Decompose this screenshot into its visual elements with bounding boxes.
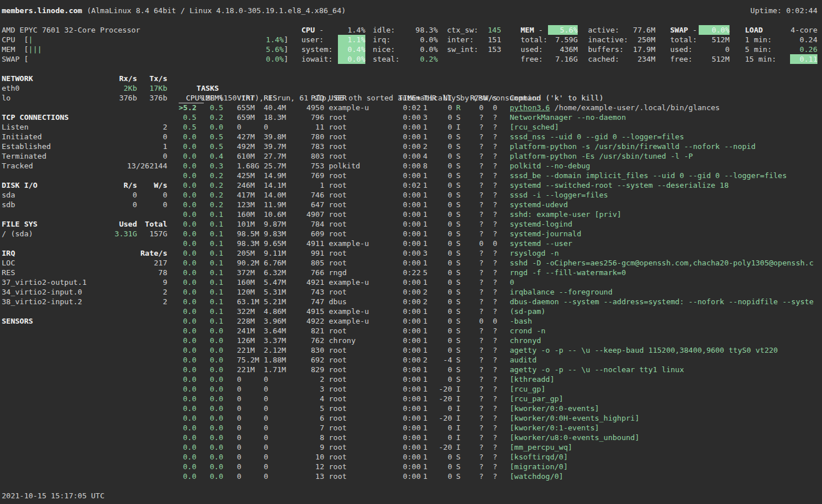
cpu-percent-cell: 0.0	[179, 326, 196, 336]
header-mem-percent[interactable]: MEM%	[206, 93, 223, 103]
state-cell: S	[456, 142, 463, 151]
read-rate-cell: 0	[463, 239, 483, 248]
cpu-percent-cell: 0.0	[179, 413, 196, 423]
user-cell: example-u	[329, 103, 374, 112]
time-cell: 0:00	[374, 413, 421, 423]
pid-cell: 3	[291, 384, 324, 394]
state-cell: S	[456, 180, 463, 190]
header-user[interactable]: USER	[329, 93, 374, 103]
write-rate-cell: ?	[483, 277, 497, 287]
time-cell: 0:00	[374, 248, 421, 258]
header-pid[interactable]: PID	[291, 93, 324, 103]
mem-percent-cell: 0.0	[206, 404, 223, 413]
process-row: 0.00.190.2M6.76M805root0:0010S??sshd -D …	[179, 258, 822, 268]
res-cell: 40.4M	[264, 103, 291, 112]
pid-cell: 4915	[291, 307, 324, 316]
state-cell: S	[456, 462, 463, 471]
stat-value-text: 0.11	[790, 54, 817, 64]
virt-cell: 0	[237, 394, 264, 404]
pid-cell: 780	[291, 132, 324, 142]
res-cell: 27.7M	[264, 151, 291, 161]
virt-cell: 98.5M	[237, 229, 264, 239]
time-cell: 0:00	[374, 433, 421, 442]
mem-percent-cell: 0.0	[206, 336, 223, 345]
header-command[interactable]: Command ('k' to kill)	[510, 93, 822, 103]
mem-percent-cell: 0.0	[206, 384, 223, 394]
user-cell: root	[329, 219, 374, 229]
threads-cell: 2	[423, 297, 437, 307]
stat-value: 151	[483, 35, 501, 45]
command-args: -o -p -- \u --noclear tty1 linux	[537, 365, 684, 374]
pid-cell: 766	[291, 268, 324, 277]
header-virt[interactable]: VIRT	[237, 93, 264, 103]
header-state: S	[456, 93, 463, 103]
mem-percent-cell: 0.1	[206, 219, 223, 229]
command-cell: systemd --switched-root --system --deser…	[510, 180, 822, 190]
state-cell: S	[456, 268, 463, 277]
res-cell: 1.88M	[264, 355, 291, 365]
cpu-percent-cell: 0.0	[179, 345, 196, 355]
stat-value: 250M	[629, 35, 655, 45]
header-res[interactable]: RES	[264, 93, 291, 103]
process-row: >5.20.5655M40.4M4950example-u0:0210R00py…	[179, 103, 822, 112]
process-row: 0.00.075.2M1.88M692root0:002-4S??auditd	[179, 355, 822, 365]
header-cpu-percent[interactable]: CPU%	[179, 93, 196, 103]
cpu-percent-cell: 0.0	[179, 471, 196, 481]
threads-cell: 1	[423, 190, 437, 200]
time-cell: 0:00	[374, 229, 421, 239]
command-args: -Es /usr/sbin/tuned -l -P	[577, 152, 693, 160]
command-name: dbus-daemon	[510, 297, 559, 306]
virt-cell: 0	[237, 404, 264, 413]
pid-cell: 4922	[291, 316, 324, 326]
process-row: 0.00.1101M9.87M784root0:0010S??systemd-l…	[179, 219, 822, 229]
res-cell: 9.65M	[264, 239, 291, 248]
nice-cell: 0	[437, 297, 452, 307]
read-rate-cell: ?	[463, 442, 483, 452]
command-args: --switched-root --system --deserialize 1…	[541, 181, 729, 189]
glances-terminal[interactable]: members.linode.com (AlmaLinux 8.4 64bit …	[0, 0, 822, 504]
filesys-item: / (sda)3.31G157G	[2, 229, 167, 239]
time-cell: 0:00	[374, 442, 421, 452]
cpu-percent-cell: 0.5	[179, 122, 196, 132]
command-name: sssd_be	[510, 171, 541, 180]
process-row: 0.00.0007root0:0010I??[kworker/0:1-event…	[179, 423, 822, 433]
stat-label: user:	[301, 35, 338, 45]
state-cell: S	[456, 336, 463, 345]
res-cell: 4.86M	[264, 307, 291, 316]
state-cell: S	[456, 161, 463, 171]
header-write-rate: W/s	[483, 93, 497, 103]
stat-value-text: 145	[483, 25, 501, 35]
virt-cell: 0	[237, 413, 264, 423]
command-name: crond	[510, 326, 532, 335]
cpu-percent-cell: 0.0	[179, 442, 196, 452]
mem-panel-row: total:7.59Ginactive:250M	[521, 35, 655, 45]
stat-value-text: 512M	[699, 35, 730, 45]
column-header: Tx/s	[137, 74, 167, 83]
pid-cell: 10	[291, 452, 324, 462]
read-rate-cell: ?	[463, 142, 483, 151]
threads-cell: 8	[423, 161, 437, 171]
time-cell: 0:00	[374, 142, 421, 151]
stat-label: steal:	[373, 54, 409, 64]
mem-percent-cell: 0.1	[206, 316, 223, 326]
cpu-panel-row: iowait:0.0%steal:0.2%	[301, 54, 501, 64]
stat-label: MEM -	[521, 25, 548, 35]
section-title: FILE SYS	[2, 219, 107, 229]
process-row: 0.00.2123M11.9M647root0:0010S??systemd-u…	[179, 200, 822, 209]
read-rate-cell: ?	[463, 112, 483, 122]
read-rate-cell: ?	[463, 151, 483, 161]
clock: 2021-10-15 15:17:05 UTC	[2, 491, 104, 501]
mem-percent-cell: 0.0	[206, 355, 223, 365]
item-value: 13/262144	[107, 161, 167, 171]
res-cell: 6.76M	[264, 258, 291, 268]
command-args: -n	[546, 249, 559, 257]
write-rate-cell: ?	[483, 442, 497, 452]
stat-value: 0.11	[777, 54, 817, 64]
threads-cell: 1	[423, 452, 437, 462]
header-time[interactable]: TIME+	[374, 93, 421, 103]
user-cell: root	[329, 132, 374, 142]
item-value: 0	[107, 200, 137, 209]
cpu-percent-cell: 0.0	[179, 423, 196, 433]
item-name: Terminated	[2, 151, 107, 161]
write-rate-cell: ?	[483, 471, 497, 481]
